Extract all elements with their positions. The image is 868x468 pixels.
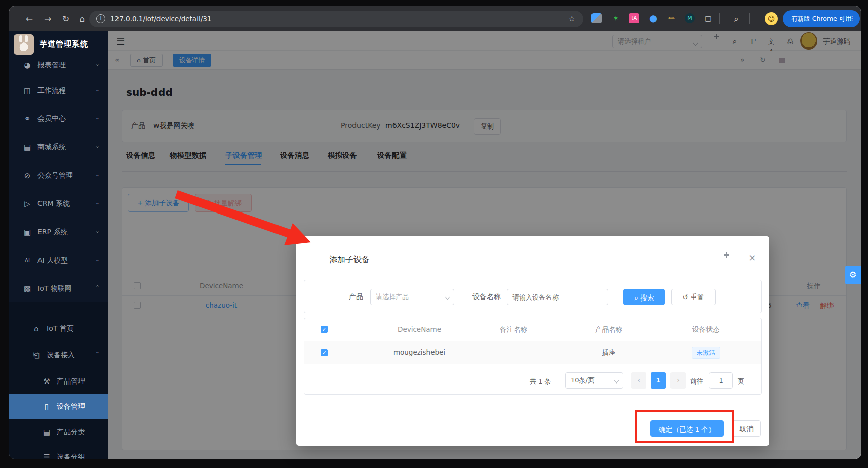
bookmark-star-icon[interactable]: ☆: [569, 14, 575, 23]
dialog-table-header: ✓ DeviceName 备注名称 产品名称 设备状态: [304, 318, 761, 341]
app-title: 芋道管理系统: [40, 39, 88, 49]
back-icon[interactable]: ←: [23, 13, 35, 25]
dialog-title: 添加子设备: [329, 254, 370, 265]
extensions-puzzle-icon[interactable]: ▢: [703, 13, 713, 23]
reset-button[interactable]: ↺ 重置: [671, 289, 716, 305]
pagination-total: 共 1 条: [530, 377, 551, 386]
layers-icon: ☰: [42, 452, 52, 459]
sidebar-item-erp[interactable]: ▣ ERP 系统 ⌄: [9, 220, 108, 245]
tab-search-icon[interactable]: ⌕: [730, 13, 742, 25]
app-logo: [14, 34, 34, 55]
iot-icon: ▩: [22, 284, 32, 294]
site-info-icon[interactable]: i: [96, 14, 105, 23]
sidebar-item-ai[interactable]: AI AI 大模型 ⌄: [9, 248, 108, 273]
device-name-cell: mougezishebei: [393, 348, 445, 356]
extension-star-icon[interactable]: ✶: [611, 13, 621, 23]
sidebar-item-iot[interactable]: ▩ IoT 物联网 ⌃: [9, 276, 108, 302]
chevron-up-icon: ⌃: [95, 351, 100, 357]
notebook-icon: ▤: [42, 427, 52, 437]
annotation-red-box: [635, 410, 734, 443]
dialog-header-divider: [296, 273, 769, 273]
crm-icon: ▷: [22, 199, 32, 209]
url-bar[interactable]: i 127.0.0.1/iot/device/detail/31 ☆: [89, 11, 583, 27]
extension-balloon-icon[interactable]: ⬤: [648, 13, 658, 23]
product-filter-label: 产品: [349, 292, 363, 302]
theme-settings-gear-icon[interactable]: ⚙: [845, 266, 861, 284]
status-badge: 未激活: [692, 347, 720, 359]
chrome-menu-icon[interactable]: ⋮: [849, 10, 855, 27]
dialog-search-card: 产品 请选择产品 设备名称 ⌕ 搜索 ↺ 重置: [304, 280, 762, 313]
phone-icon: ▯: [42, 402, 52, 412]
extension-m-icon[interactable]: M: [685, 13, 695, 23]
iot-submenu: ⌂ IoT 首页 ⎗ 设备接入 ⌃ ⚒ 产品管理 ▯ 设备管理 ▤ 产品分类 ☰: [9, 302, 108, 459]
member-icon: ⚭: [22, 114, 32, 124]
sidebar: ◕ 报表管理 ⌄ 芋道管理系统 ◫ 工作流程 ⌄ ⚭ 会员中心 ⌄ ▤ 商城系统…: [9, 31, 108, 459]
extension-grid-icon[interactable]: [591, 13, 602, 23]
product-filter-select[interactable]: 请选择产品: [370, 289, 454, 305]
chevron-down-icon: ⌄: [95, 86, 100, 93]
sidebar-item-mall[interactable]: ▤ 商城系统 ⌄: [9, 135, 108, 160]
sidebar-item-device-group[interactable]: ☰ 设备分组: [9, 445, 108, 459]
sidebar-item-mp[interactable]: ⊘ 公众号管理 ⌄: [9, 163, 108, 188]
report-icon: ◕: [22, 60, 32, 70]
chevron-down-icon: ⌄: [95, 114, 100, 121]
device-name-filter-label: 设备名称: [472, 292, 501, 302]
chrome-update-button[interactable]: 有新版 Chrome 可用 ⋮: [783, 10, 860, 27]
logo-row: 芋道管理系统: [9, 31, 108, 58]
goto-label: 前往: [690, 377, 703, 386]
device-name-filter-input[interactable]: [507, 289, 608, 305]
official-account-icon: ⊘: [22, 171, 32, 181]
sidebar-item-crm[interactable]: ▷ CRM 系统 ⌄: [9, 191, 108, 217]
sidebar-item-workflow[interactable]: ◫ 工作流程 ⌄: [9, 78, 108, 103]
next-page-button[interactable]: ›: [670, 372, 686, 389]
home-icon: ⌂: [31, 324, 42, 334]
toolbar-separator: [749, 13, 750, 24]
page-unit-label: 页: [738, 377, 744, 386]
page-size-select[interactable]: 10条/页: [565, 372, 623, 389]
goto-page-input[interactable]: [709, 372, 733, 389]
reload-icon[interactable]: ↻: [60, 13, 72, 25]
monitor-icon: ⎗: [31, 350, 42, 360]
chrome-update-label: 有新版 Chrome 可用: [791, 15, 851, 22]
select-all-checkbox[interactable]: ✓: [321, 326, 328, 333]
chevron-down-icon: [614, 378, 619, 384]
search-button[interactable]: ⌕ 搜索: [623, 289, 665, 305]
sidebar-item-device-mgmt[interactable]: ▯ 设备管理: [9, 394, 108, 419]
chevron-down-icon: ⌄: [95, 171, 100, 178]
chevron-down-icon: ⌄: [95, 143, 100, 149]
prev-page-button[interactable]: ‹: [631, 372, 646, 389]
current-page-button[interactable]: 1: [651, 372, 666, 389]
dialog-table-card: ✓ DeviceName 备注名称 产品名称 设备状态 ✓ mougezishe…: [304, 318, 762, 395]
cancel-button[interactable]: 取消: [732, 420, 761, 437]
browser-toolbar: ← → ↻ ⌂ i 127.0.0.1/iot/device/detail/31…: [9, 6, 861, 31]
home-icon[interactable]: ⌂: [76, 13, 88, 25]
row-checkbox[interactable]: ✓: [321, 349, 328, 356]
forward-icon[interactable]: →: [42, 13, 54, 25]
profile-emoji-avatar[interactable]: ☺: [765, 12, 778, 25]
chevron-down-icon: [445, 295, 450, 300]
sidebar-item-member[interactable]: ⚭ 会员中心 ⌄: [9, 106, 108, 132]
tools-icon: ⚒: [42, 376, 52, 387]
chevron-down-icon: ⌄: [95, 228, 100, 234]
sidebar-item-product-mgmt[interactable]: ⚒ 产品管理: [9, 369, 108, 394]
erp-icon: ▣: [22, 227, 32, 237]
sidebar-item-iot-home[interactable]: ⌂ IoT 首页: [9, 316, 108, 342]
chevron-down-icon: ⌄: [95, 61, 100, 67]
chevron-down-icon: ⌄: [95, 256, 100, 263]
chevron-up-icon: ⌃: [95, 284, 100, 291]
url-text: 127.0.0.1/iot/device/detail/31: [110, 15, 211, 23]
mall-icon: ▤: [22, 142, 32, 152]
ai-icon: AI: [22, 256, 32, 266]
sidebar-item-product-category[interactable]: ▤ 产品分类: [9, 419, 108, 445]
dialog-fullscreen-icon[interactable]: [726, 255, 734, 263]
extension-translate-icon[interactable]: tA: [629, 13, 639, 23]
product-cell: 插座: [602, 348, 616, 357]
toolbar-separator: [719, 13, 720, 24]
extension-broom-icon[interactable]: ✏: [666, 13, 677, 23]
dialog-close-icon[interactable]: ×: [747, 253, 757, 262]
chevron-down-icon: ⌄: [95, 199, 100, 206]
workflow-icon: ◫: [22, 86, 32, 96]
dialog-table-row: ✓ mougezishebei 插座 未激活: [304, 341, 761, 364]
sidebar-item-device-access[interactable]: ⎗ 设备接入 ⌃: [9, 343, 108, 368]
